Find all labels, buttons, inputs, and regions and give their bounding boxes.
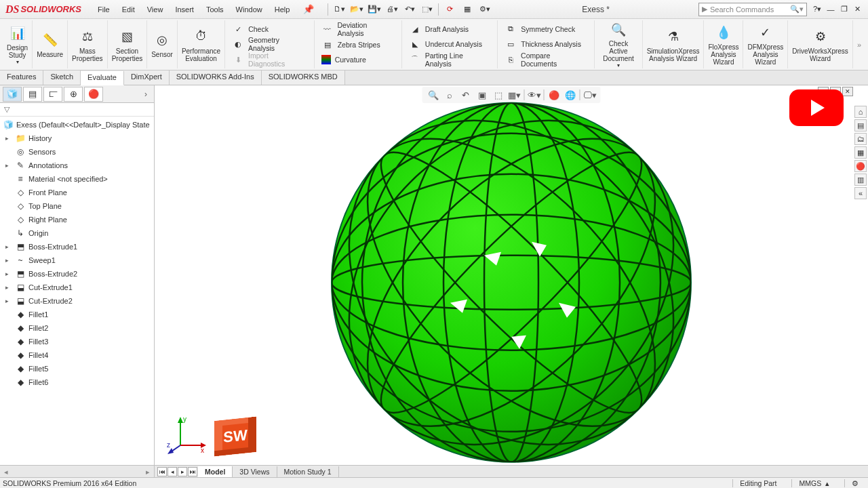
section-properties-button[interactable]: ▧Section Properties: [108, 20, 148, 68]
menu-view[interactable]: View: [142, 3, 169, 16]
help-button[interactable]: ?▾: [811, 3, 823, 16]
expand-icon[interactable]: ▸: [5, 270, 12, 277]
restore-button[interactable]: ❐: [838, 3, 850, 16]
side-scroll-left-icon[interactable]: ◂: [4, 468, 8, 476]
tab-nav-prev-icon[interactable]: ◂: [167, 467, 177, 476]
tree-item[interactable]: ◇Top Plane: [0, 199, 154, 213]
status-custom-icon[interactable]: ⚙: [844, 479, 865, 487]
design-study-button[interactable]: 📊Design Study▾: [3, 20, 33, 68]
undercut-analysis-button[interactable]: ◣Undercut Analysis: [406, 37, 493, 52]
taskpane-collapse-icon[interactable]: «: [854, 187, 867, 199]
graphics-viewport[interactable]: 🔍 ⌕ ↶ ▣ ⬚ ▦▾ 👁▾ 🔴 🌐 🖵▾ ◂ ▸ ✕: [155, 85, 868, 465]
taskpane-custom-icon[interactable]: ▥: [854, 174, 867, 186]
dimxpert-manager-tab[interactable]: ⊕: [64, 87, 83, 102]
taskpane-explorer-icon[interactable]: 🗂: [854, 133, 867, 145]
print-button[interactable]: 🖨▾: [384, 2, 400, 17]
taskpane-home-icon[interactable]: ⌂: [854, 106, 867, 118]
tree-item[interactable]: ▸✎Annotations: [0, 159, 154, 172]
taskpane-view-icon[interactable]: ▦: [854, 146, 867, 159]
dfmxpress-button[interactable]: ✓DFMXpress Analysis Wizard: [743, 20, 788, 68]
undo-button[interactable]: ↶▾: [401, 2, 418, 17]
view-tab-3dviews[interactable]: 3D Views: [233, 466, 277, 477]
tab-evaluate[interactable]: Evaluate: [81, 71, 124, 85]
check-button[interactable]: ✓Check: [229, 22, 310, 36]
floxpress-button[interactable]: 💧FloXpress Analysis Wizard: [704, 20, 743, 68]
symmetry-check-button[interactable]: ⧉Symmetry Check: [502, 22, 590, 37]
tree-item[interactable]: ◎Sensors: [0, 145, 154, 159]
tree-item[interactable]: ◆Fillet1: [0, 308, 154, 321]
tree-item[interactable]: ◆Fillet4: [0, 348, 154, 362]
geometry-analysis-button[interactable]: ◐Geometry Analysis: [229, 37, 310, 52]
driveworksxpress-button[interactable]: ⚙DriveWorksXpress Wizard: [788, 20, 853, 68]
tree-item[interactable]: ◇Front Plane: [0, 186, 154, 199]
tree-item[interactable]: ↳Origin: [0, 226, 154, 240]
tree-filter[interactable]: ▽: [0, 103, 154, 117]
display-manager-tab[interactable]: 🔴: [84, 87, 103, 102]
tree-item[interactable]: ▸📁History: [0, 131, 154, 145]
select-button[interactable]: ⬚▾: [419, 2, 435, 17]
view-tab-motionstudy[interactable]: Motion Study 1: [277, 466, 339, 477]
tab-sketch[interactable]: Sketch: [43, 70, 81, 85]
tab-nav-next-icon[interactable]: ▸: [178, 467, 187, 476]
panel-expand-icon[interactable]: ›: [140, 89, 151, 99]
expand-icon[interactable]: ▸: [5, 257, 12, 264]
menu-file[interactable]: File: [92, 3, 115, 16]
taskpane-library-icon[interactable]: ▤: [854, 119, 867, 131]
expand-icon[interactable]: ▸: [5, 135, 12, 142]
menu-window[interactable]: Window: [231, 3, 268, 16]
expand-icon[interactable]: ▸: [5, 298, 12, 304]
expand-icon[interactable]: ▸: [5, 284, 12, 291]
sensor-button[interactable]: ◎Sensor: [147, 20, 178, 68]
close-button[interactable]: ✕: [852, 3, 864, 16]
file-properties-button[interactable]: ▦: [459, 2, 475, 17]
taskpane-appearance-icon[interactable]: 🔴: [854, 160, 867, 172]
tab-mbd[interactable]: SOLIDWORKS MBD: [262, 70, 345, 85]
menu-help[interactable]: Help: [269, 3, 296, 16]
tree-item[interactable]: ◆Fillet3: [0, 335, 154, 348]
tab-nav-last-icon[interactable]: ⏭: [188, 467, 197, 476]
tab-features[interactable]: Features: [0, 70, 43, 85]
deviation-analysis-button[interactable]: 〰Deviation Analysis: [319, 22, 397, 37]
tab-addins[interactable]: SOLIDWORKS Add-Ins: [170, 70, 262, 85]
tree-item[interactable]: ◆Fillet6: [0, 375, 154, 389]
status-units[interactable]: MMGS ▴: [791, 479, 836, 487]
curvature-button[interactable]: Curvature: [319, 53, 397, 68]
performance-evaluation-button[interactable]: ⏱Performance Evaluation: [178, 20, 225, 68]
tree-root[interactable]: 🧊Exess (Default<<Default>_Display State: [0, 118, 154, 131]
view-triad[interactable]: y x z: [167, 415, 208, 457]
tree-item[interactable]: ▸⬓Cut-Extrude1: [0, 281, 154, 294]
simulationxpress-button[interactable]: ⚗SimulationXpress Analysis Wizard: [643, 20, 705, 68]
configuration-manager-tab[interactable]: ⫍: [43, 87, 62, 102]
new-button[interactable]: 🗋▾: [331, 2, 347, 17]
menu-insert[interactable]: Insert: [170, 3, 199, 16]
options-button[interactable]: ⚙▾: [477, 2, 493, 17]
menu-edit[interactable]: Edit: [117, 3, 140, 16]
measure-button[interactable]: 📏Measure: [33, 20, 68, 68]
rebuild-button[interactable]: ⟳: [441, 2, 458, 17]
youtube-overlay-icon[interactable]: [789, 89, 844, 126]
zebra-stripes-button[interactable]: ▤Zebra Stripes: [319, 37, 397, 52]
parting-line-analysis-button[interactable]: ⌒Parting Line Analysis: [406, 52, 493, 67]
property-manager-tab[interactable]: ▤: [23, 87, 42, 102]
menu-tools[interactable]: Tools: [201, 3, 229, 16]
ribbon-overflow-icon[interactable]: »: [853, 20, 865, 68]
tab-dimxpert[interactable]: DimXpert: [124, 70, 170, 85]
tab-nav-first-icon[interactable]: ⏮: [157, 467, 167, 476]
mass-properties-button[interactable]: ⚖Mass Properties: [68, 20, 108, 68]
tree-item[interactable]: ▸⬒Boss-Extrude2: [0, 267, 154, 281]
tree-item[interactable]: ◇Right Plane: [0, 213, 154, 226]
view-tab-model[interactable]: Model: [198, 466, 233, 477]
feature-manager-tab[interactable]: 🧊: [3, 87, 22, 102]
tree-item[interactable]: ▸⬓Cut-Extrude2: [0, 294, 154, 308]
compare-documents-button[interactable]: ⎘Compare Documents: [502, 52, 590, 67]
expand-icon[interactable]: ▸: [5, 243, 12, 250]
draft-analysis-button[interactable]: ◢Draft Analysis: [406, 22, 493, 37]
save-button[interactable]: 💾▾: [366, 2, 382, 17]
tree-item[interactable]: ▸~Sweep1: [0, 253, 154, 267]
thickness-analysis-button[interactable]: ▭Thickness Analysis: [502, 37, 590, 52]
open-button[interactable]: 📂▾: [349, 2, 365, 17]
search-commands-input[interactable]: ▶ Search Commands 🔍▾: [698, 3, 807, 16]
expand-icon[interactable]: ▸: [5, 162, 12, 169]
doc-close-icon[interactable]: ✕: [842, 87, 853, 96]
tree-item[interactable]: ▸⬒Boss-Extrude1: [0, 240, 154, 253]
